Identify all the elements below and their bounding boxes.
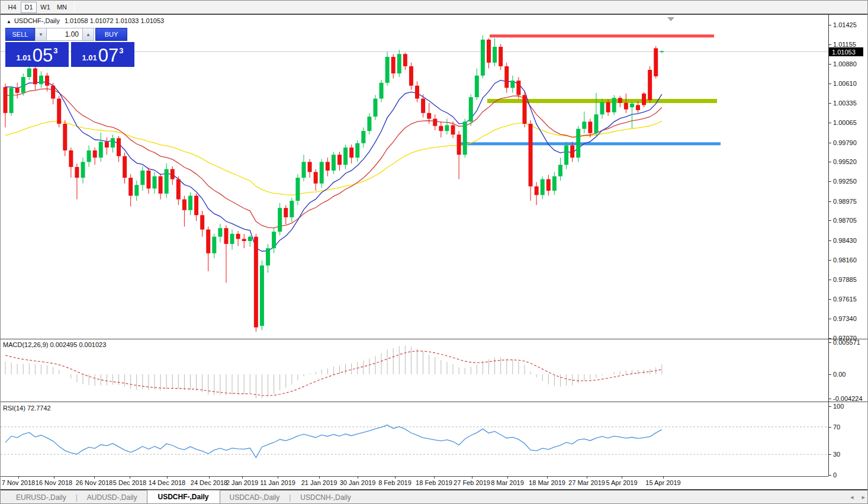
current-price-badge: 1.01053 bbox=[829, 47, 863, 56]
toolbar-separator bbox=[74, 2, 75, 12]
time-axis-tick bbox=[278, 476, 278, 479]
time-axis-tick bbox=[663, 476, 664, 479]
tab-audusd[interactable]: AUDUSD-,Daily bbox=[78, 491, 147, 504]
axis-tick bbox=[828, 319, 831, 319]
axis-tick bbox=[828, 427, 831, 428]
axis-tick bbox=[828, 374, 831, 375]
sell-quote-panel[interactable]: 1.01 05 3 bbox=[5, 42, 69, 67]
axis-tick bbox=[828, 103, 831, 104]
axis-tick bbox=[828, 123, 831, 123]
price-axis-label: 1.00335 bbox=[833, 99, 857, 107]
axis-tick bbox=[828, 260, 831, 261]
axis-tick bbox=[828, 201, 831, 202]
time-axis-label: 11 Jan 2019 bbox=[260, 479, 295, 486]
buy-price-prefix: 1.01 bbox=[82, 53, 97, 62]
one-click-trading-widget: SELL ▼ 1.00 ▲ BUY 1.01 05 3 1.01 07 3 bbox=[5, 28, 134, 67]
time-axis-label: 27 Mar 2019 bbox=[568, 479, 605, 486]
buy-button[interactable]: BUY bbox=[95, 28, 127, 41]
tab-usdchf[interactable]: USDCHF-,Daily bbox=[147, 490, 220, 504]
axis-tick bbox=[828, 338, 831, 339]
price-axis-label: 1.01425 bbox=[833, 21, 857, 28]
macd-panel-separator[interactable] bbox=[1, 339, 868, 339]
rsi-panel-separator[interactable] bbox=[1, 402, 868, 402]
timeframe-mn-button[interactable]: MN bbox=[54, 2, 70, 13]
macd-axis-label: 0.005571 bbox=[833, 339, 860, 346]
axis-tick bbox=[828, 406, 831, 407]
tab-eurusd[interactable]: EURUSD-,Daily bbox=[7, 491, 76, 504]
time-axis-tick bbox=[242, 476, 243, 479]
macd-panel-canvas[interactable] bbox=[1, 339, 828, 402]
sell-price-big: 05 bbox=[33, 47, 53, 65]
axis-tick bbox=[828, 280, 831, 280]
time-axis-tick bbox=[167, 476, 168, 479]
time-axis-tick bbox=[54, 476, 54, 479]
time-axis-tick bbox=[130, 476, 130, 479]
buy-price-pip: 3 bbox=[119, 46, 123, 55]
price-axis-label: 1.00065 bbox=[833, 119, 857, 126]
sell-button[interactable]: SELL bbox=[5, 28, 35, 41]
time-axis-tick bbox=[18, 476, 19, 479]
time-axis-label: 5 Dec 2018 bbox=[113, 479, 146, 486]
tab-usdcad[interactable]: USDCAD-,Daily bbox=[220, 491, 290, 504]
time-axis-label: 24 Dec 2018 bbox=[191, 479, 227, 486]
buy-quote-panel[interactable]: 1.01 07 3 bbox=[71, 42, 134, 67]
chart-shift-marker-icon[interactable] bbox=[667, 17, 674, 21]
time-axis-tick bbox=[434, 476, 435, 479]
macd-indicator-label: MACD(12,26,9) 0.002495 0.001023 bbox=[3, 341, 106, 348]
volume-increase-button[interactable]: ▲ bbox=[82, 28, 94, 41]
axis-tick bbox=[828, 64, 831, 65]
price-axis-label: 0.99520 bbox=[833, 158, 857, 165]
axis-tick bbox=[828, 454, 831, 455]
time-axis-tick bbox=[209, 476, 210, 479]
time-axis-label: 27 Feb 2019 bbox=[454, 479, 490, 486]
time-axis-separator bbox=[1, 476, 828, 477]
price-axis-label: 0.98705 bbox=[833, 217, 857, 224]
mt4-window: H4 D1 W1 MN ▲USDCHF-,Daily1.01058 1.0107… bbox=[0, 0, 868, 504]
time-axis-tick bbox=[358, 476, 358, 479]
axis-tick bbox=[828, 181, 831, 182]
tab-scroll-left-icon[interactable]: ◂ bbox=[850, 493, 854, 501]
expander-triangle-icon[interactable]: ▲ bbox=[7, 19, 11, 24]
rsi-axis-label: 100 bbox=[833, 403, 844, 410]
price-axis-label: 0.97885 bbox=[833, 276, 857, 283]
time-axis-label: 7 Nov 2018 bbox=[2, 479, 35, 486]
sell-price-pip: 3 bbox=[53, 46, 57, 55]
macd-axis-label: -0.004224 bbox=[833, 395, 863, 402]
axis-tick bbox=[828, 25, 831, 25]
time-axis-tick bbox=[587, 476, 587, 479]
time-axis-label: 21 Jan 2019 bbox=[301, 479, 337, 486]
tab-usdcnh[interactable]: USDCNH-,Daily bbox=[291, 491, 360, 504]
axis-tick bbox=[828, 399, 831, 399]
time-axis-tick bbox=[395, 476, 396, 479]
time-axis-label: 26 Nov 2018 bbox=[76, 479, 112, 486]
axis-tick bbox=[828, 143, 831, 143]
rsi-indicator-label: RSI(14) 72.7742 bbox=[3, 405, 51, 412]
rsi-panel-canvas[interactable] bbox=[1, 402, 828, 476]
sell-price-prefix: 1.01 bbox=[16, 53, 31, 62]
axis-tick bbox=[828, 342, 831, 343]
tab-scroll-right-icon[interactable]: ▸ bbox=[861, 493, 865, 501]
time-axis-label: 5 Apr 2019 bbox=[606, 479, 637, 486]
time-axis-label: 15 Apr 2019 bbox=[645, 479, 680, 486]
time-axis-label: 16 Nov 2018 bbox=[36, 479, 72, 486]
timeframe-w1-button[interactable]: W1 bbox=[37, 2, 53, 13]
timeframe-d1-button[interactable]: D1 bbox=[21, 2, 37, 13]
time-axis-label: 18 Mar 2019 bbox=[529, 479, 565, 486]
price-axis-label: 0.98430 bbox=[833, 237, 857, 244]
time-axis-label: 2 Jan 2019 bbox=[226, 479, 258, 486]
rsi-axis-label: 0 bbox=[833, 471, 837, 479]
axis-tick bbox=[828, 299, 831, 300]
volume-input[interactable]: 1.00 bbox=[47, 28, 82, 41]
timeframe-h4-button[interactable]: H4 bbox=[4, 2, 20, 13]
axis-tick bbox=[828, 220, 831, 221]
time-axis-tick bbox=[547, 476, 548, 479]
volume-decrease-button[interactable]: ▼ bbox=[35, 28, 47, 41]
price-axis-label: 0.98160 bbox=[833, 256, 857, 264]
time-axis-label: 8 Mar 2019 bbox=[491, 479, 524, 486]
time-axis-label: 18 Feb 2019 bbox=[416, 479, 452, 486]
price-axis-label: 1.01155 bbox=[833, 41, 856, 48]
rsi-axis-label: 30 bbox=[833, 451, 840, 458]
timeframe-toolbar: H4 D1 W1 MN bbox=[1, 1, 868, 15]
price-axis-label: 0.97615 bbox=[833, 296, 857, 303]
time-axis-tick bbox=[622, 476, 622, 479]
